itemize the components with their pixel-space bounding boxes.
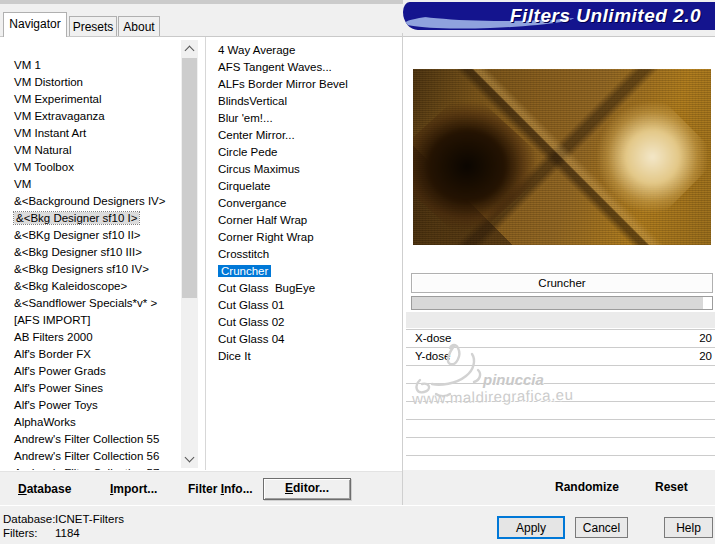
controls-spacer [406,312,715,328]
scroll-down-button[interactable] [181,451,198,468]
tab-presets-label: Presets [73,20,114,34]
category-item[interactable]: &<Background Designers IV> [0,193,180,210]
panel-divider [402,33,403,505]
filter-item[interactable]: Corner Right Wrap [212,229,400,246]
category-item[interactable]: VM Experimental [0,91,180,108]
category-item[interactable]: Andrew's Filter Collection 57 [0,465,180,470]
filter-name-bar: Cruncher [411,273,713,293]
category-item-selected[interactable]: &<Bkg Designer sf10 I> [0,210,180,227]
category-item[interactable]: VM Instant Art [0,125,180,142]
filter-item[interactable]: Dice It [212,348,400,365]
category-item[interactable]: &<BKg Designer sf10 II> [0,227,180,244]
filter-item[interactable]: AFS Tangent Waves... [212,59,400,76]
filter-item[interactable]: ALFs Border Mirror Bevel [212,76,400,93]
reset-button[interactable]: Reset [655,480,688,494]
tab-navigator[interactable]: Navigator [3,12,67,37]
database-value: ICNET-Filters [55,513,124,525]
database-label: Database: [3,513,55,525]
randomize-button[interactable]: Randomize [555,480,619,494]
filter-item[interactable]: Convergance [212,195,400,212]
app-banner: Filters Unlimited 2.0 [403,2,715,30]
editor-button[interactable]: Editor... [263,478,351,500]
filter-item[interactable]: Cirquelate [212,178,400,195]
param-slider-empty [406,420,715,438]
category-item[interactable]: VM [0,176,180,193]
param-value: 20 [699,330,712,347]
progress-fill [412,297,703,309]
filter-item[interactable]: 4 Way Average [212,42,400,59]
cancel-button[interactable]: Cancel [575,517,628,538]
param-slider-empty [406,438,715,456]
apply-button[interactable]: Apply [497,516,565,539]
app-title: Filters Unlimited 2.0 [510,5,701,27]
filter-item[interactable]: Corner Half Wrap [212,212,400,229]
category-item[interactable]: &<Bkg Designers sf10 IV> [0,261,180,278]
scrollbar-thumb[interactable] [182,58,197,298]
filter-item[interactable]: Cut Glass BugEye [212,280,400,297]
category-item[interactable]: Alf's Border FX [0,346,180,363]
chevron-up-icon [185,46,195,56]
category-item[interactable]: VM Distortion [0,74,180,91]
right-footer: Randomize Reset [403,470,715,505]
filter-item[interactable]: Circle Pede [212,144,400,161]
filter-item[interactable]: Blur 'em!... [212,110,400,127]
scroll-up-button[interactable] [181,40,198,57]
filter-list: 4 Way Average AFS Tangent Waves... ALFs … [212,42,400,368]
filter-item[interactable]: Cut Glass 01 [212,297,400,314]
category-list: VM 1 VM Distortion VM Experimental VM Ex… [0,57,180,470]
category-item[interactable]: [AFS IMPORT] [0,312,180,329]
tab-about-label: About [123,20,154,34]
category-scrollbar[interactable] [181,40,198,468]
left-footer: Database Import... Filter Info... Editor… [0,471,402,506]
filter-item[interactable]: Cut Glass 02 [212,314,400,331]
preview-progress-bar [411,296,713,310]
category-item[interactable]: VM Extravaganza [0,108,180,125]
tab-about[interactable]: About [118,16,160,37]
category-item[interactable]: Alf's Power Grads [0,363,180,380]
category-item[interactable]: &<Bkg Kaleidoscope> [0,278,180,295]
filter-item[interactable]: BlindsVertical [212,93,400,110]
category-item[interactable]: Alf's Power Toys [0,397,180,414]
watermark-name: pinuccia [483,371,544,388]
filter-item[interactable]: Cut Glass 04 [212,331,400,348]
category-item[interactable]: Alf's Power Sines [0,380,180,397]
param-value: 20 [699,348,712,365]
category-item[interactable]: &<Sandflower Specials*v* > [0,295,180,312]
category-item[interactable]: VM Toolbox [0,159,180,176]
filter-item-selected[interactable]: Cruncher [212,263,400,280]
preview-image [413,69,711,245]
help-button[interactable]: Help [664,517,713,538]
filter-item[interactable]: Center Mirror... [212,127,400,144]
filter-item[interactable]: Crosstitch [212,246,400,263]
category-item[interactable]: VM Natural [0,142,180,159]
category-item[interactable]: VM 1 [0,57,180,74]
filters-label: Filters: [3,527,38,539]
tab-navigator-label: Navigator [9,17,60,31]
preview-light-diamond [570,82,711,232]
filter-item[interactable]: Circus Maximus [212,161,400,178]
filters-value: 1184 [55,527,80,539]
tab-presets[interactable]: Presets [69,16,117,37]
category-item[interactable]: AB Filters 2000 [0,329,180,346]
chevron-down-icon [185,453,195,463]
window-top-edge [0,0,403,4]
category-item[interactable]: &<Bkg Designer sf10 III> [0,244,180,261]
import-button[interactable]: Import... [110,482,157,496]
database-button[interactable]: Database [18,482,71,496]
category-item[interactable]: AlphaWorks [0,414,180,431]
category-item[interactable]: Andrew's Filter Collection 56 [0,448,180,465]
category-item[interactable]: Andrew's Filter Collection 55 [0,431,180,448]
filter-info-button[interactable]: Filter Info... [188,482,253,496]
preview-dark-diamond [413,88,552,244]
list-divider [205,37,206,470]
